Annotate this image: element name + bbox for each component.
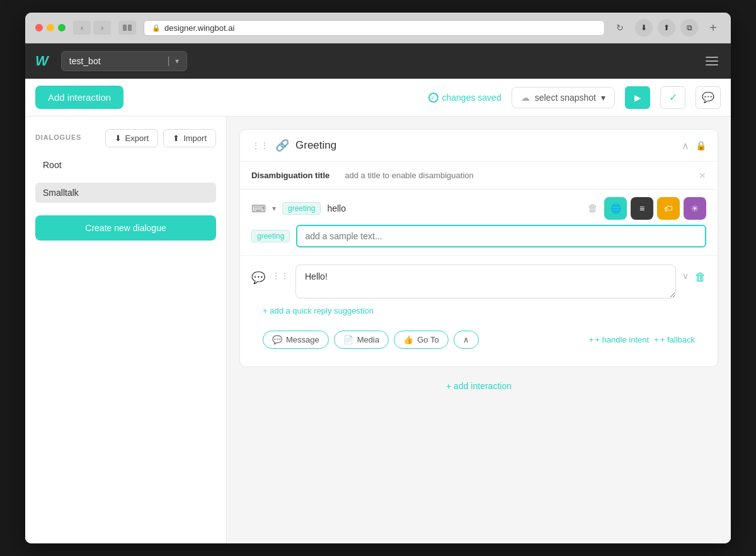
nav-buttons: ‹ › (73, 21, 111, 35)
new-tab-button[interactable]: + (706, 20, 721, 35)
check-button[interactable]: ✓ (660, 86, 685, 109)
goto-label: Go To (417, 335, 438, 344)
response-section: 💬 ⋮⋮ Hello! ∨ 🗑 + add a quick reply sugg… (240, 256, 718, 366)
changes-saved-status: ✓ changes saved (428, 93, 501, 103)
refresh-button[interactable]: ↻ (612, 20, 627, 35)
message-label: Message (286, 335, 319, 344)
forward-button[interactable]: › (93, 21, 111, 35)
quick-reply-link[interactable]: + add a quick reply suggestion (263, 306, 706, 315)
main-content: DIALOGUES ⬇ Export ⬆ Import Root (25, 116, 731, 543)
cloud-icon: ☁ (521, 93, 530, 103)
download-button[interactable]: ⬇ (635, 19, 653, 37)
keyboard-icon: ⌨ (251, 203, 266, 215)
hamburger-line-1 (706, 57, 718, 58)
handle-intent-button[interactable]: + + handle intent (589, 335, 649, 344)
media-label: Media (357, 335, 379, 344)
divider: | (168, 55, 170, 67)
input-action-buttons: 🌐 ≡ 🏷 ✳ (604, 197, 706, 220)
hamburger-button[interactable] (703, 54, 721, 68)
url-text: designer.wingbot.ai (164, 23, 234, 33)
media-action-button[interactable]: 📄 Media (334, 331, 389, 349)
intent-tag-2: greeting (251, 230, 290, 242)
duplicate-button[interactable]: ⧉ (680, 19, 698, 37)
share-button[interactable]: ⬆ (658, 19, 675, 37)
add-interaction-button[interactable]: Add interaction (35, 86, 123, 109)
snapshot-selector[interactable]: ☁ select snapshot ▾ (512, 87, 615, 108)
app-header: W test_bot | ▾ (25, 43, 731, 79)
action-buttons-left: 💬 Message 📄 Media 👍 Go To (263, 331, 479, 349)
browser-actions: ⬇ ⬆ ⧉ (635, 19, 698, 37)
fullscreen-traffic-light[interactable] (58, 24, 66, 31)
goto-action-button[interactable]: 👍 Go To (394, 331, 448, 349)
traffic-lights (35, 24, 66, 31)
export-icon: ⬇ (115, 133, 122, 143)
sample-input-row: greeting (251, 225, 706, 247)
play-button[interactable]: ▶ (625, 86, 650, 109)
list-action-button[interactable]: ≡ (631, 197, 653, 220)
response-textarea[interactable]: Hello! (295, 264, 676, 298)
response-delete-icon[interactable]: 🗑 (695, 271, 706, 284)
export-button[interactable]: ⬇ Export (105, 129, 159, 147)
import-button[interactable]: ⬆ Import (163, 129, 216, 147)
input-section: ⌨ ▾ greeting hello 🗑 🌐 ≡ 🏷 ✳ (240, 190, 718, 256)
goto-icon: 👍 (403, 335, 413, 344)
card-header: ⋮⋮ 🔗 Greeting ∧ 🔒 (240, 130, 718, 162)
fallback-plus-icon: + (654, 335, 659, 344)
snapshot-chevron-icon: ▾ (601, 93, 605, 103)
canvas-area: ⋮⋮ 🔗 Greeting ∧ 🔒 Disambiguation title ✕ (227, 116, 731, 543)
sidebar: DIALOGUES ⬇ Export ⬆ Import Root (25, 116, 227, 543)
sample-text-input[interactable] (296, 225, 706, 247)
import-icon: ⬆ (173, 133, 180, 143)
bottom-hint: + add interaction (239, 375, 718, 397)
snapshot-label: select snapshot (535, 93, 596, 103)
back-button[interactable]: ‹ (73, 21, 91, 35)
message-action-button[interactable]: 💬 Message (263, 331, 329, 349)
chevron-down-icon: ▾ (175, 57, 179, 65)
tag-action-button[interactable]: 🏷 (657, 197, 680, 220)
response-chat-icon: 💬 (251, 271, 265, 285)
media-icon: 📄 (343, 335, 353, 344)
delete-sample-icon[interactable]: 🗑 (588, 203, 598, 214)
disambiguation-label: Disambiguation title (251, 171, 329, 180)
disambiguation-input[interactable] (340, 168, 689, 183)
input-expand-icon[interactable]: ▾ (272, 204, 276, 213)
sidebar-item-smalltalk[interactable]: Smalltalk (35, 183, 216, 203)
play-icon: ▶ (634, 93, 641, 103)
svg-rect-1 (128, 25, 132, 31)
drag-handle-icon[interactable]: ⋮⋮ (251, 140, 269, 150)
response-row: 💬 ⋮⋮ Hello! ∨ 🗑 (251, 264, 706, 298)
response-expand-icon[interactable]: ∨ (682, 271, 689, 281)
sidebar-item-root[interactable]: Root (35, 155, 216, 175)
changes-saved-label: changes saved (442, 93, 501, 103)
card-title: Greeting (295, 139, 675, 152)
sample-text: hello (327, 203, 581, 213)
collapse-action-button[interactable]: ∧ (454, 331, 479, 349)
input-row: ⌨ ▾ greeting hello 🗑 🌐 ≡ 🏷 ✳ (251, 197, 706, 220)
bot-name-selector[interactable]: test_bot | ▾ (61, 51, 187, 71)
layout-button[interactable] (118, 21, 136, 35)
svg-rect-0 (123, 25, 127, 31)
create-dialogue-button[interactable]: Create new dialogue (35, 215, 216, 241)
app-logo: W (35, 53, 49, 69)
disambiguation-clear-icon[interactable]: ✕ (699, 171, 706, 181)
import-label: Import (183, 133, 207, 143)
response-drag-handle[interactable]: ⋮⋮ (272, 271, 289, 281)
handle-intent-label: + handle intent (595, 335, 649, 344)
fallback-button[interactable]: + + fallback (654, 335, 695, 344)
message-icon: 💬 (272, 335, 282, 344)
minimize-traffic-light[interactable] (47, 24, 54, 31)
close-traffic-light[interactable] (35, 24, 43, 31)
smalltalk-label: Smalltalk (43, 188, 79, 198)
collapse-card-icon[interactable]: ∧ (682, 140, 689, 152)
chat-icon: 💬 (702, 91, 714, 103)
handle-intent-plus-icon: + (589, 335, 594, 344)
chat-button[interactable]: 💬 (696, 86, 721, 109)
interaction-card: ⋮⋮ 🔗 Greeting ∧ 🔒 Disambiguation title ✕ (239, 129, 718, 367)
asterisk-action-button[interactable]: ✳ (684, 197, 706, 220)
address-bar[interactable]: 🔒 designer.wingbot.ai (144, 20, 605, 36)
bot-name-text: test_bot (69, 56, 163, 66)
globe-action-button[interactable]: 🌐 (604, 197, 627, 220)
hamburger-line-2 (706, 60, 718, 62)
bottom-hint-text: + add interaction (446, 381, 512, 391)
root-label: Root (43, 160, 62, 170)
